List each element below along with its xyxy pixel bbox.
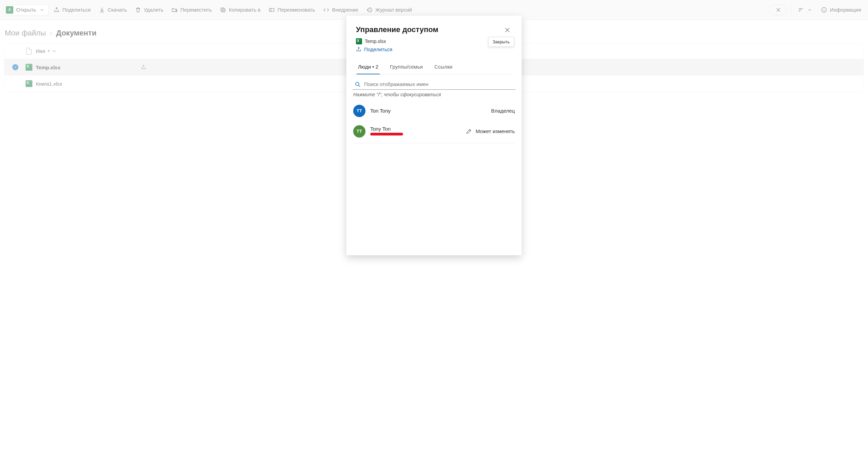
tab-links[interactable]: Ссылки xyxy=(433,60,454,74)
avatar: TT xyxy=(353,105,365,117)
person-email-redacted xyxy=(370,132,461,136)
person-name: Tony Ton xyxy=(370,126,461,132)
search-icon xyxy=(355,81,361,87)
person-role: Владелец xyxy=(491,108,515,114)
dialog-title: Управление доступом xyxy=(356,25,438,34)
tab-people-label: Люди xyxy=(358,64,371,70)
manage-access-dialog: Управление доступом Закрыть Temp.xlsx По… xyxy=(346,16,522,255)
share-arrow-icon xyxy=(356,47,361,52)
excel-file-icon xyxy=(356,38,362,44)
person-name: Ton Tony xyxy=(370,108,487,114)
share-link[interactable]: Поделиться xyxy=(356,46,392,52)
dialog-tabs: Люди • 2 Группы/семья Ссылки xyxy=(353,60,512,74)
tab-groups[interactable]: Группы/семья xyxy=(389,60,424,74)
tab-people-count: 2 xyxy=(376,64,378,70)
tab-people[interactable]: Люди • 2 xyxy=(357,60,380,74)
share-link-label: Поделиться xyxy=(364,46,392,52)
search-field[interactable] xyxy=(353,79,515,90)
person-row[interactable]: TT Ton Tony Владелец xyxy=(346,101,522,121)
avatar: TT xyxy=(353,125,365,138)
person-role-label: Может изменять xyxy=(476,128,515,134)
person-row[interactable]: TT Tony Ton Может изменять xyxy=(346,121,522,142)
pencil-icon xyxy=(466,129,472,134)
search-input[interactable] xyxy=(364,81,513,87)
svg-point-5 xyxy=(356,82,359,86)
close-button[interactable]: Закрыть xyxy=(503,25,512,35)
dialog-file-name: Temp.xlsx xyxy=(365,39,386,44)
person-role-editable[interactable]: Может изменять xyxy=(466,128,515,134)
close-tooltip: Закрыть xyxy=(488,37,514,47)
search-hint: Нажмите "/", чтобы сфокусироваться xyxy=(346,90,522,101)
divider xyxy=(353,143,515,143)
